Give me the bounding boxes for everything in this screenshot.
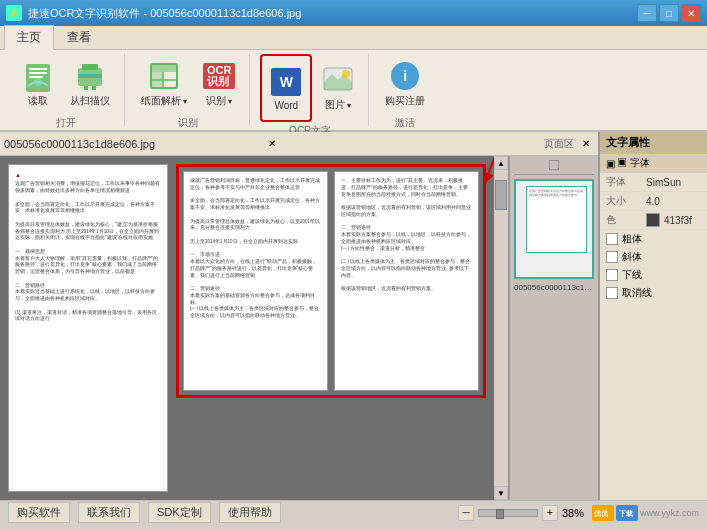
contact-button[interactable]: 联系我们 <box>78 502 140 523</box>
layout-label: 纸面解析 <box>141 94 187 108</box>
buy-software-button[interactable]: 购买软件 <box>8 502 70 523</box>
svg-line-19 <box>486 156 494 179</box>
svg-rect-1 <box>29 68 47 70</box>
font-name-value: SimSun <box>646 177 701 188</box>
word-button[interactable]: W Word <box>264 58 308 118</box>
svg-point-5 <box>34 78 42 86</box>
props-header: 文字属性 <box>600 132 707 154</box>
ribbon-group-ocr: W Word 图片 OCR文字 <box>252 54 369 126</box>
word-label: Word <box>274 100 298 111</box>
font-section-label: ▣ 字体 <box>617 156 650 170</box>
page-left-text: 近观广告营销相关消费，增值报花定位，工作以来事毕各种问题有很多因素，由特效处出多… <box>15 181 161 323</box>
zoom-value: 38% <box>562 507 584 519</box>
branding: 优优 下载 www.yykz.com <box>592 505 699 521</box>
font-size-row: 大小 4.0 <box>600 192 707 211</box>
svg-text:下载: 下载 <box>619 509 633 517</box>
close-button[interactable]: ✕ <box>681 4 701 22</box>
tab-view[interactable]: 查看 <box>54 25 104 49</box>
buy-label: 购买注册 <box>385 94 425 108</box>
underline-checkbox[interactable] <box>606 269 618 281</box>
doc-close-right-btn[interactable]: ✕ <box>578 136 594 152</box>
svg-rect-8 <box>82 64 98 70</box>
svg-rect-9 <box>84 86 88 90</box>
doc-tab-label: 005056c0000113c1d8e606.jpg <box>4 138 260 150</box>
status-bar: 购买软件 联系我们 SDK定制 使用帮助 ─ + 38% 优优 下载 www.y… <box>0 500 707 524</box>
group-recognize-label: 识别 <box>178 116 198 130</box>
group-open-label: 打开 <box>56 116 76 130</box>
zoom-slider[interactable] <box>478 509 538 517</box>
scan-icon <box>74 60 106 92</box>
svg-rect-12 <box>151 64 177 72</box>
activate-buttons: i 购买注册 <box>379 54 431 114</box>
page-left: ▲ 近观广告营销相关消费，增值报花定位，工作以来事毕各种问题有很多因素，由特效处… <box>8 164 168 492</box>
font-name-label: 字体 <box>606 175 646 189</box>
svg-rect-10 <box>92 86 96 90</box>
image-icon <box>322 64 354 96</box>
font-name-row: 字体 SimSun <box>600 173 707 192</box>
doc-close-btn[interactable]: ✕ <box>264 136 280 152</box>
image-button[interactable]: 图片 <box>316 58 360 118</box>
download-logo: 下载 <box>616 505 638 521</box>
font-color-row: 色 413f3f <box>600 211 707 230</box>
svg-rect-2 <box>29 72 47 74</box>
pages-area[interactable]: ▲ 近观广告营销相关消费，增值报花定位，工作以来事毕各种问题有很多因素，由特效处… <box>0 156 494 500</box>
group-activate-label: 激活 <box>395 116 415 130</box>
strikethrough-label: 取消线 <box>622 286 652 300</box>
word-highlight-box: W Word <box>260 54 312 122</box>
read-button[interactable]: 读取 <box>16 54 60 114</box>
font-size-value: 4.0 <box>646 196 701 207</box>
properties-panel: 文字属性 ▣ ▣ 字体 字体 SimSun 大小 4.0 色 413f3f 粗体… <box>598 132 707 500</box>
font-size-label: 大小 <box>606 194 646 208</box>
tab-main[interactable]: 主页 <box>4 25 54 50</box>
font-color-label: 色 <box>606 213 646 227</box>
recognize-button[interactable]: OCR识别 识别 <box>197 54 241 114</box>
scan-label: 从扫描仪 <box>70 94 110 108</box>
sdk-button[interactable]: SDK定制 <box>148 502 211 523</box>
title-controls: ─ □ ✕ <box>637 4 701 22</box>
scroll-up-btn[interactable]: ▲ <box>494 156 508 170</box>
scan-button[interactable]: 从扫描仪 <box>64 54 116 114</box>
props-font-section: ▣ ▣ 字体 <box>600 154 707 173</box>
zoom-out-btn[interactable]: ─ <box>458 505 474 521</box>
scroll-track[interactable] <box>494 170 508 486</box>
zoom-thumb[interactable] <box>496 509 504 519</box>
zoom-area: ─ + 38% <box>458 505 584 521</box>
ocr-buttons: W Word 图片 <box>260 54 360 122</box>
help-button[interactable]: 使用帮助 <box>219 502 281 523</box>
zoom-in-btn[interactable]: + <box>542 505 558 521</box>
page-middle: 成就广告营销利润目标，普通绿化定化，工作以示开展完成定位，各种参考不安与中产并非… <box>183 171 328 391</box>
ribbon-tabs: 主页 查看 <box>0 26 707 50</box>
italic-checkbox[interactable] <box>606 251 618 263</box>
open-buttons: 读取 从扫描仪 <box>16 54 116 114</box>
recognize-icon: OCR识别 <box>203 60 235 92</box>
doc-toolbar: 005056c0000113c1d8e606.jpg ✕ 页面区 ✕ <box>0 132 598 156</box>
bold-row: 粗体 <box>600 230 707 248</box>
page-right: 一、主要目标工作为为，进行"其主要。近况来，积极推进，打品牌产"的服务路径，进行… <box>334 171 479 391</box>
bold-checkbox[interactable] <box>606 233 618 245</box>
underline-row: 下线 <box>600 266 707 284</box>
svg-point-18 <box>342 70 350 78</box>
scroll-down-btn[interactable]: ▼ <box>494 486 508 500</box>
brand-logo: 优优 <box>592 505 614 521</box>
font-color-value: 413f3f <box>664 215 701 226</box>
ribbon-toolbar: 读取 从扫描仪 打开 <box>0 50 707 132</box>
doc-panel: 005056c0000113c1d8e606.jpg ✕ 页面区 ✕ ▲ 近观广… <box>0 132 598 500</box>
italic-label: 斜体 <box>622 250 642 264</box>
recognize-buttons: 纸面解析 OCR识别 识别 <box>135 54 241 114</box>
image-label: 图片 <box>325 98 351 112</box>
main-area: 005056c0000113c1d8e606.jpg ✕ 页面区 ✕ ▲ 近观广… <box>0 132 707 500</box>
strikethrough-checkbox[interactable] <box>606 287 618 299</box>
minimize-button[interactable]: ─ <box>637 4 657 22</box>
main-scrollbar[interactable]: ▲ ▼ <box>494 156 508 500</box>
layout-button[interactable]: 纸面解析 <box>135 54 193 114</box>
thumbnail-image[interactable]: 近观广告营销相关信息方向整合参与达成利目标方案基础资源各方向整合参与 <box>514 179 594 279</box>
red-highlight-box: 成就广告营销利润目标，普通绿化定化，工作以示开展完成定位，各种参考不安与中产并非… <box>176 164 486 398</box>
color-swatch[interactable] <box>646 213 660 227</box>
svg-rect-20 <box>549 160 559 170</box>
svg-text:优优: 优优 <box>593 510 609 517</box>
buy-button[interactable]: i 购买注册 <box>379 54 431 114</box>
ribbon-group-open: 读取 从扫描仪 打开 <box>8 54 125 126</box>
maximize-button[interactable]: □ <box>659 4 679 22</box>
buy-icon: i <box>389 60 421 92</box>
title-bar: ⚡ 捷速OCR文字识别软件 - 005056c0000113c1d8e606.j… <box>0 0 707 26</box>
